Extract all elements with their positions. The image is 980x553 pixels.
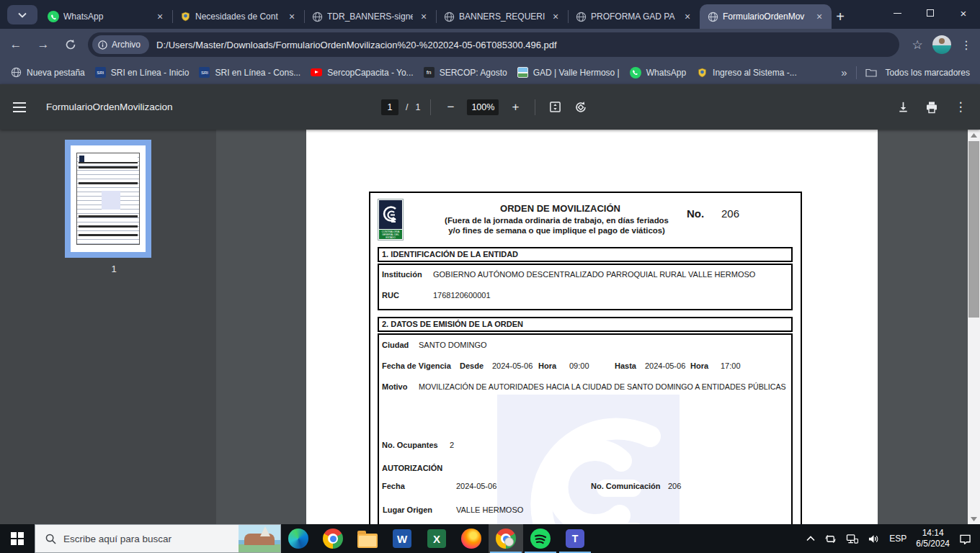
tab-close-icon[interactable]: ×: [681, 10, 694, 23]
tab-whatsapp[interactable]: WhatsApp ×: [40, 4, 172, 29]
all-bookmarks-label[interactable]: Todos los marcadores: [886, 68, 970, 78]
hora2-value: 17:00: [721, 361, 741, 370]
youtube-icon: [311, 68, 322, 76]
viewer-scrollbar[interactable]: [968, 130, 980, 524]
action-center-button[interactable]: [959, 534, 971, 544]
taskbar-excel[interactable]: X: [419, 524, 454, 553]
site-info-chip[interactable]: Archivo: [92, 35, 149, 54]
rotate-button[interactable]: [571, 98, 590, 117]
page-number-input[interactable]: 1: [381, 99, 398, 115]
new-tab-button[interactable]: +: [830, 6, 850, 27]
fit-to-page-button[interactable]: [545, 98, 564, 117]
download-button[interactable]: [894, 98, 912, 117]
bookmark-label: SRI en Línea - Cons...: [215, 68, 300, 78]
autorizacion-label: AUTORIZACIÓN: [382, 464, 442, 472]
tray-expand-button[interactable]: [806, 536, 815, 541]
tab-banners-requerim[interactable]: BANNERS_REQUERIM ×: [436, 4, 568, 29]
crest-icon: [696, 67, 708, 78]
tab-label: PROFORMA GAD PA: [591, 12, 677, 22]
tab-close-icon[interactable]: ×: [813, 10, 826, 23]
tab-tdr-banners[interactable]: TDR_BANNERS-signe ×: [304, 4, 436, 29]
bookmark-sercopcapacita[interactable]: SercopCapacita - Yo...: [311, 68, 413, 78]
taskbar-teams[interactable]: T: [558, 524, 592, 553]
sri-icon: SRI: [199, 67, 210, 78]
bookmark-sri-inicio[interactable]: SRI SRI en Línea - Inicio: [95, 67, 190, 78]
bookmark-sercop-agosto[interactable]: fn SERCOP: Agosto: [424, 67, 507, 78]
search-placeholder: Escribe aquí para buscar: [63, 534, 172, 544]
volume-icon[interactable]: [868, 534, 880, 544]
document-subtitle-1: (Fuera de la jornada ordinaria de trabaj…: [399, 216, 714, 225]
institucion-label: Institución: [382, 270, 422, 279]
forward-button[interactable]: →: [32, 33, 55, 56]
network-icon[interactable]: [846, 534, 858, 544]
bookmark-nueva-pestana[interactable]: Nueva pestaña: [10, 67, 85, 78]
page-thumbnail[interactable]: [65, 140, 151, 258]
tab-close-icon[interactable]: ×: [285, 10, 298, 23]
zoom-in-button[interactable]: +: [506, 98, 525, 117]
bookmark-gad-valle-hermoso[interactable]: GAD | Valle Hermoso |: [517, 67, 620, 78]
divider: [856, 66, 857, 79]
print-button[interactable]: [922, 98, 941, 117]
taskbar-firefox[interactable]: [454, 524, 489, 553]
reload-button[interactable]: [59, 33, 82, 56]
zoom-out-button[interactable]: −: [441, 98, 460, 117]
pdf-menu-button[interactable]: [13, 102, 33, 112]
taskbar-search[interactable]: Escribe aquí para buscar: [35, 524, 281, 553]
fecha-value: 2024-05-06: [456, 482, 496, 490]
maximize-button[interactable]: [914, 0, 947, 26]
maximize-icon: [927, 9, 934, 17]
tab-search-button[interactable]: [7, 5, 37, 24]
download-icon: [897, 101, 909, 113]
taskbar-word[interactable]: W: [385, 524, 419, 553]
close-button[interactable]: ×: [947, 0, 980, 26]
tab-proforma[interactable]: PROFORMA GAD PA ×: [568, 4, 700, 29]
whatsapp-icon: [48, 11, 59, 22]
taskbar-edge[interactable]: [281, 524, 316, 553]
bookmark-star-button[interactable]: ☆: [906, 37, 928, 53]
taskbar-chrome-active[interactable]: [489, 524, 523, 553]
taskbar-clock[interactable]: 14:14 6/5/2024: [916, 528, 950, 549]
hora1-label: Hora: [538, 361, 556, 370]
pdf-page: CONTRALORÍA GENERAL DEL ESTADO ORDEN DE …: [306, 130, 878, 524]
tab-necesidades[interactable]: Necesidades de Cont ×: [172, 4, 304, 29]
minimize-button[interactable]: [881, 0, 914, 26]
taskbar-spotify[interactable]: [523, 524, 558, 553]
tab-label: FormularioOrdenMov: [723, 12, 808, 22]
info-icon: [98, 40, 107, 50]
gad-site-icon: [517, 67, 528, 78]
window-controls: ×: [881, 0, 980, 26]
globe-icon: [311, 11, 323, 22]
tab-close-icon[interactable]: ×: [549, 10, 562, 23]
start-button[interactable]: [0, 524, 35, 553]
section2-header: 2. DATOS DE EMISIÓN DE LA ORDEN: [378, 317, 793, 332]
bookmark-sri-consultas[interactable]: SRI SRI en Línea - Cons...: [199, 67, 300, 78]
address-bar[interactable]: Archivo D:/Users/Master/Downloads/Formul…: [88, 32, 899, 57]
browser-menu-button[interactable]: ⋮: [956, 38, 977, 52]
language-indicator[interactable]: ESP: [889, 534, 906, 544]
zoom-level-input[interactable]: 100%: [467, 99, 499, 115]
pdf-viewer: 1 CONTRALORÍA GENERAL DEL ESTADO ORDEN D…: [0, 130, 980, 524]
pdf-document-title: FormularioOrdenMovilizacion: [46, 102, 173, 112]
desde-value: 2024-05-06: [492, 361, 533, 370]
url-text[interactable]: D:/Users/Master/Downloads/FormularioOrde…: [156, 40, 891, 50]
scroll-up-arrow[interactable]: [968, 130, 980, 140]
bookmark-whatsapp[interactable]: WhatsApp: [630, 67, 686, 78]
system-tray: ESP 14:14 6/5/2024: [806, 524, 980, 553]
tab-close-icon[interactable]: ×: [153, 10, 166, 23]
back-button[interactable]: ←: [4, 33, 27, 56]
bookmarks-overflow-button[interactable]: »: [841, 66, 847, 78]
profile-avatar[interactable]: [932, 35, 951, 54]
taskbar-chrome[interactable]: [316, 524, 350, 553]
tab-close-icon[interactable]: ×: [417, 10, 430, 23]
tab-formulario-active[interactable]: FormularioOrdenMov ×: [700, 4, 832, 29]
fn-icon: fn: [424, 67, 435, 78]
scroll-down-arrow[interactable]: [968, 513, 980, 524]
page-separator: /: [406, 102, 408, 112]
search-highlight-image[interactable]: [239, 525, 280, 552]
bookmark-ingreso-sistema[interactable]: Ingreso al Sistema -...: [696, 67, 797, 78]
pdf-more-button[interactable]: ⋮: [951, 98, 970, 117]
address-toolbar: ← → Archivo D:/Users/Master/Downloads/Fo…: [0, 29, 980, 60]
connect-icon[interactable]: [824, 534, 837, 544]
taskbar-file-explorer[interactable]: [350, 524, 385, 553]
scrollbar-thumb[interactable]: [968, 141, 979, 318]
